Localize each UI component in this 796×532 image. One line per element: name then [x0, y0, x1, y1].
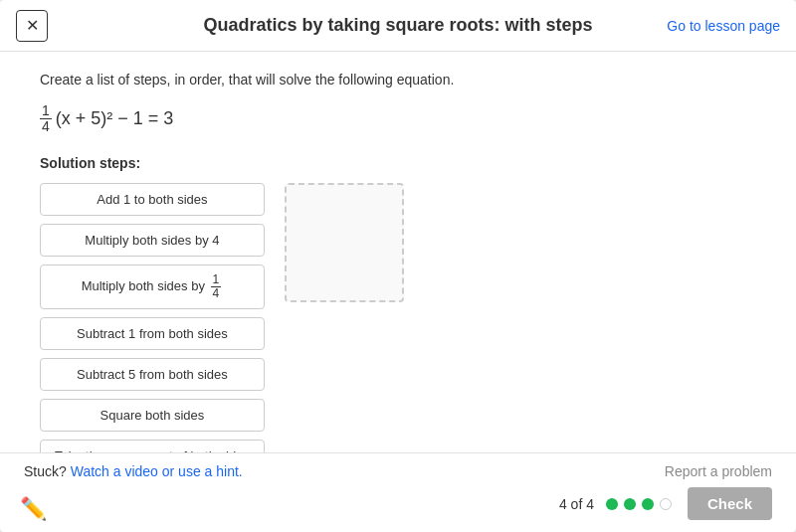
step-button-6[interactable]: Square both sides — [40, 399, 265, 432]
modal-title: Quadratics by taking square roots: with … — [203, 15, 592, 36]
fraction-quarter: 1 4 — [40, 103, 52, 135]
close-button[interactable]: ✕ — [16, 10, 48, 42]
stuck-static: Stuck? — [24, 463, 67, 479]
modal-window: ✕ Quadratics by taking square roots: wit… — [0, 0, 796, 532]
section-label: Solution steps: — [40, 155, 756, 171]
instruction-text: Create a list of steps, in order, that w… — [40, 72, 756, 88]
dot-4 — [660, 498, 672, 510]
hint-link[interactable]: Watch a video or use a hint. — [71, 463, 243, 479]
modal-header: ✕ Quadratics by taking square roots: wit… — [0, 0, 796, 52]
step-button-1[interactable]: Add 1 to both sides — [40, 183, 265, 216]
dot-3 — [642, 498, 654, 510]
progress-area: 4 of 4 — [559, 496, 672, 512]
step-button-5[interactable]: Subtract 5 from both sides — [40, 358, 265, 391]
step-button-7[interactable]: Take the square root of both sides — [40, 440, 265, 452]
step-button-2[interactable]: Multiply both sides by 4 — [40, 224, 265, 257]
steps-button-list: Add 1 to both sides Multiply both sides … — [40, 183, 265, 452]
step-button-3[interactable]: Multiply both sides by 14 — [40, 265, 265, 309]
pencil-icon: ✏️ — [20, 496, 47, 522]
footer-bottom: ✏️ 4 of 4 Check — [0, 479, 796, 532]
check-button[interactable]: Check — [688, 487, 772, 520]
modal-content: Create a list of steps, in order, that w… — [0, 52, 796, 452]
steps-area: Add 1 to both sides Multiply both sides … — [40, 183, 756, 452]
progress-label: 4 of 4 — [559, 496, 594, 512]
equation-display: 1 4 (x + 5)² − 1 = 3 — [40, 103, 756, 135]
step-button-4[interactable]: Subtract 1 from both sides — [40, 317, 265, 350]
progress-dots — [606, 498, 672, 510]
report-problem-link[interactable]: Report a problem — [665, 463, 772, 479]
footer-top: Stuck? Watch a video or use a hint. Repo… — [0, 453, 796, 479]
stuck-section: Stuck? Watch a video or use a hint. — [24, 463, 243, 479]
solution-drop-zone[interactable] — [285, 183, 404, 302]
dot-1 — [606, 498, 618, 510]
lesson-link[interactable]: Go to lesson page — [667, 18, 780, 34]
equation-rest: (x + 5)² − 1 = 3 — [56, 108, 174, 129]
dot-2 — [624, 498, 636, 510]
